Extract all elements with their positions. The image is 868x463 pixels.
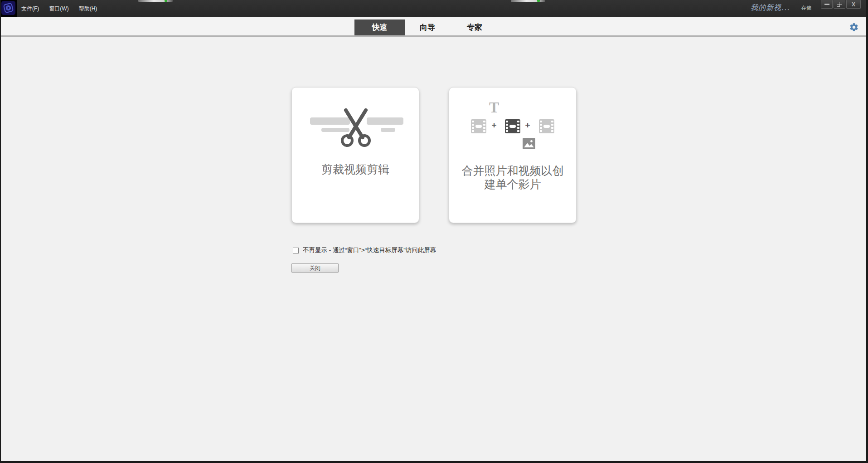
filmstrip-icon [505, 119, 520, 133]
menu-items: 文件(F) 窗口(W) 帮助(H) [21, 0, 97, 17]
project-title: 我的新视... [751, 3, 790, 13]
close-icon: X [852, 2, 855, 7]
dont-show-checkbox[interactable] [293, 248, 299, 253]
menu-window[interactable]: 窗口(W) [49, 5, 68, 13]
plus-sign: + [490, 120, 499, 130]
restore-button[interactable] [834, 0, 845, 9]
window-border-bottom [0, 461, 868, 463]
close-window-button[interactable]: X [846, 0, 861, 9]
window-border-right [866, 0, 868, 463]
card-combine-media[interactable]: T + + 合并照片和视频以创 建单个影片 [449, 87, 577, 223]
tab-expert[interactable]: 专家 [456, 19, 493, 35]
window-border-left [0, 0, 1, 463]
menu-file[interactable]: 文件(F) [21, 5, 39, 13]
app-logo-icon [1, 1, 15, 15]
settings-gear-icon[interactable] [849, 22, 859, 32]
menu-help[interactable]: 帮助(H) [79, 5, 97, 13]
save-button[interactable]: 存储 [801, 5, 811, 11]
green-status-dot [165, 0, 167, 2]
title-text-icon: T [487, 100, 501, 115]
card-trim-video[interactable]: 剪裁视频剪辑 [291, 87, 419, 223]
minimize-button[interactable] [821, 0, 833, 9]
card-combine-media-label: 合并照片和视频以创 建单个影片 [449, 164, 576, 191]
dont-show-label: 不再显示 - 通过“窗口”>“快速目标屏幕”访问此屏幕 [303, 246, 436, 254]
plus-sign: + [523, 120, 532, 130]
green-status-dot [537, 0, 540, 2]
restore-icon [837, 2, 842, 7]
mode-tabbar: 快速 向导 专家 [0, 17, 868, 37]
clip-bar [381, 128, 395, 132]
minimize-icon [824, 4, 829, 5]
top-sliver-right [511, 0, 545, 2]
filmstrip-icon [471, 119, 486, 133]
scissors-icon [339, 108, 373, 148]
dont-show-row: 不再显示 - 通过“窗口”>“快速目标屏幕”访问此屏幕 [293, 246, 436, 254]
close-dialog-button[interactable]: 关闭 [291, 263, 339, 273]
top-sliver-left [138, 0, 173, 2]
tab-quick[interactable]: 快速 [354, 19, 405, 35]
filmstrip-icon [539, 119, 554, 133]
photo-icon [523, 138, 535, 149]
app-window: 文件(F) 窗口(W) 帮助(H) 我的新视... 存储 X 快速 向导 专家 [0, 0, 868, 463]
tab-guided[interactable]: 向导 [409, 19, 446, 35]
card-trim-video-label: 剪裁视频剪辑 [292, 162, 419, 176]
menubar: 文件(F) 窗口(W) 帮助(H) 我的新视... 存储 X [0, 0, 868, 17]
window-controls: X [821, 0, 861, 9]
